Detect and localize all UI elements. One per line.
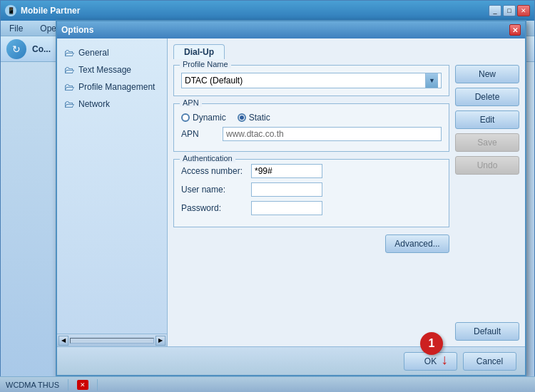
minimize-button[interactable]: _: [489, 5, 501, 16]
save-button[interactable]: Save: [455, 133, 519, 152]
tab-bar: Dial-Up: [173, 44, 519, 59]
form-area: Profile Name DTAC (Default) ▼ APN: [173, 65, 449, 341]
edit-button[interactable]: Edit: [455, 110, 519, 129]
password-row: Password:: [181, 201, 442, 215]
status-bar: WCDMA THUS ✕: [0, 376, 535, 392]
status-divider-2: [97, 379, 98, 391]
profile-name-section: Profile Name DTAC (Default) ▼: [173, 65, 449, 96]
scroll-right-button[interactable]: ▶: [156, 336, 165, 346]
scroll-track: [70, 338, 154, 344]
auth-section: Authentication Access number: User name:…: [173, 159, 449, 227]
folder-icon-4: 🗁: [64, 98, 74, 110]
static-radio-button[interactable]: [238, 113, 246, 122]
advanced-row: Advanced...: [173, 234, 449, 253]
options-dialog: Options ✕ 🗁 General 🗁 Text Message 🗁 Pro…: [56, 20, 526, 376]
action-buttons: New Delete Edit Save Undo: [455, 65, 519, 341]
delete-button[interactable]: Delete: [455, 88, 519, 106]
dynamic-radio-button[interactable]: [181, 113, 190, 122]
radio-row: Dynamic Static: [181, 113, 442, 123]
title-bar-left: 📱 Mobile Partner: [5, 5, 80, 16]
dialog-content: Dial-Up Profile Name DTAC (Default): [168, 38, 525, 346]
dialog-title: Options: [61, 25, 93, 35]
access-number-row: Access number:: [181, 164, 442, 178]
profile-select-value: DTAC (Default): [185, 76, 243, 86]
signal-status: WCDMA THUS: [6, 381, 59, 389]
auth-legend: Authentication: [180, 154, 235, 163]
password-label: Password:: [181, 203, 245, 213]
profile-row: DTAC (Default) ▼: [181, 73, 442, 88]
status-divider-1: [68, 379, 68, 391]
access-number-input[interactable]: [251, 164, 322, 178]
dynamic-radio[interactable]: Dynamic: [181, 113, 226, 123]
dynamic-label: Dynamic: [193, 113, 226, 123]
apn-input[interactable]: [223, 127, 442, 141]
password-input[interactable]: [251, 201, 322, 215]
connection-icon: ↻: [6, 39, 26, 59]
username-label: User name:: [181, 185, 245, 195]
apn-label: APN: [181, 129, 217, 139]
static-label: Static: [249, 113, 270, 123]
annotation-arrow: ↓: [441, 351, 448, 368]
sidebar-scrollbar: ◀ ▶: [57, 334, 167, 346]
annotation-marker: 1: [420, 332, 443, 355]
dialog-body: 🗁 General 🗁 Text Message 🗁 Profile Manag…: [57, 38, 525, 346]
tool-label: Co...: [32, 44, 51, 54]
new-button[interactable]: New: [455, 65, 519, 83]
app-title: Mobile Partner: [21, 6, 80, 16]
profile-name-legend: Profile Name: [180, 60, 231, 68]
no-sim-icon: ✕: [77, 380, 88, 390]
sidebar-item-profilemgmt[interactable]: 🗁 Profile Management: [57, 78, 167, 96]
menu-file[interactable]: File: [6, 22, 26, 35]
title-bar-controls: _ □ ✕: [489, 5, 530, 16]
tab-dialup[interactable]: Dial-Up: [173, 44, 225, 59]
default-button[interactable]: Default: [455, 322, 519, 341]
app-title-bar: 📱 Mobile Partner _ □ ✕: [1, 1, 534, 21]
access-number-label: Access number:: [181, 166, 245, 176]
dialog-title-bar: Options ✕: [57, 21, 525, 38]
close-app-button[interactable]: ✕: [517, 5, 530, 16]
app-window: 📱 Mobile Partner _ □ ✕ File Operati... ↻…: [0, 0, 535, 392]
dialog-close-button[interactable]: ✕: [509, 24, 521, 36]
maximize-button[interactable]: □: [503, 5, 516, 16]
static-radio[interactable]: Static: [238, 113, 270, 123]
undo-button[interactable]: Undo: [455, 156, 519, 175]
apn-legend: APN: [180, 98, 202, 107]
app-icon: 📱: [5, 5, 16, 16]
scroll-left-button[interactable]: ◀: [58, 336, 68, 346]
options-sidebar: 🗁 General 🗁 Text Message 🗁 Profile Manag…: [57, 38, 168, 346]
apn-section: APN Dynamic Static: [173, 103, 449, 152]
select-dropdown-icon[interactable]: ▼: [425, 73, 438, 88]
username-input[interactable]: [251, 182, 322, 197]
sidebar-item-profilemgmt-label: Profile Management: [78, 82, 155, 92]
sidebar-item-textmessage-label: Text Message: [78, 65, 131, 75]
main-panel: Profile Name DTAC (Default) ▼ APN: [173, 65, 519, 341]
sidebar-item-textmessage[interactable]: 🗁 Text Message: [57, 61, 167, 78]
cancel-button[interactable]: Cancel: [463, 352, 516, 371]
folder-icon-3: 🗁: [64, 81, 74, 93]
sidebar-item-network-label: Network: [78, 99, 110, 109]
sidebar-item-general[interactable]: 🗁 General: [57, 44, 167, 61]
username-row: User name:: [181, 182, 442, 197]
profile-select[interactable]: DTAC (Default) ▼: [181, 73, 442, 88]
folder-icon: 🗁: [64, 47, 74, 58]
folder-icon-2: 🗁: [64, 64, 74, 76]
advanced-button[interactable]: Advanced...: [385, 234, 449, 253]
apn-input-row: APN: [181, 127, 442, 141]
sidebar-item-general-label: General: [78, 48, 109, 58]
sidebar-item-network[interactable]: 🗁 Network: [57, 96, 167, 113]
dialog-footer: 1 ↓ OK Cancel: [57, 346, 525, 375]
